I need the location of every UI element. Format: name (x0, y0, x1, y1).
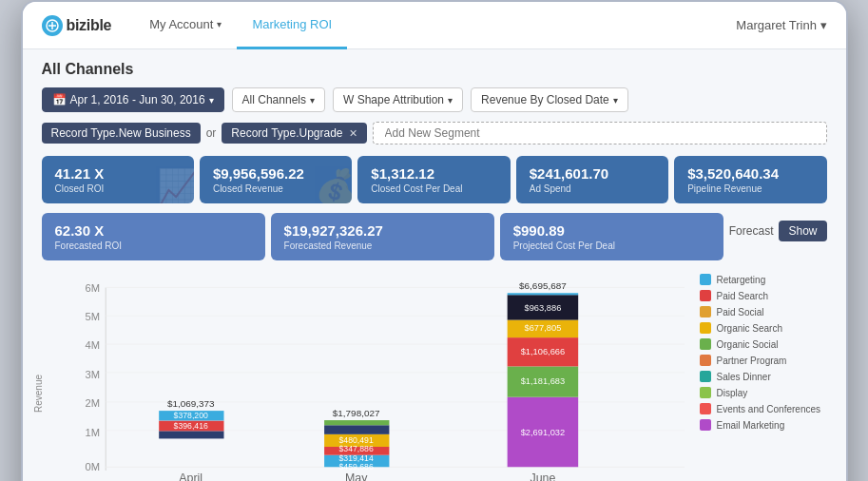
user-menu[interactable]: Margaret Trinh ▾ (736, 18, 826, 32)
chevron-down-icon: ▾ (448, 95, 453, 106)
legend-color-organic-social (700, 338, 711, 350)
calendar-icon: 📅 (52, 93, 67, 106)
filter-row: 📅 Apr 1, 2016 - Jun 30, 2016 ▾ All Chann… (42, 87, 827, 112)
close-icon[interactable]: ✕ (349, 127, 357, 140)
metrics-row-1: 41.21 X Closed ROI 📈 $9,956,596.22 Close… (42, 156, 827, 203)
legend-organic-social: Organic Social (700, 338, 827, 350)
segment-operator: or (206, 126, 217, 140)
legend-organic-search: Organic Search (700, 322, 827, 334)
metrics-row-2: 62.30 X Forecasted ROI $19,927,326.27 Fo… (42, 213, 723, 260)
segment-label: Record Type.Upgrade (231, 126, 342, 140)
svg-rect-29 (324, 420, 389, 425)
metric-cost-per-deal: $1,312.12 Closed Cost Per Deal (357, 156, 510, 203)
legend-color-sales-dinner (700, 371, 711, 382)
legend-color-organic-search (700, 322, 711, 334)
svg-text:$396,416: $396,416 (173, 421, 207, 431)
legend-color-retargeting (700, 274, 711, 285)
svg-text:$6,695,687: $6,695,687 (519, 280, 567, 291)
page-content: All Channels 📅 Apr 1, 2016 - Jun 30, 201… (23, 49, 846, 481)
legend-color-paid-search (700, 290, 711, 301)
legend-color-partner-program (700, 355, 711, 366)
chart-area: Revenue 6M 5M 4M 3M 2M 1M 0M (42, 274, 827, 481)
chart-wrapper: Revenue 6M 5M 4M 3M 2M 1M 0M (42, 274, 685, 481)
legend-paid-social: Paid Social (700, 306, 827, 317)
nav-my-account[interactable]: My Account ▾ (134, 2, 237, 49)
svg-text:$378,200: $378,200 (173, 411, 207, 420)
forecast-controls: Forecast Show (729, 213, 827, 241)
svg-rect-41 (507, 293, 578, 295)
svg-text:$1,181,683: $1,181,683 (520, 376, 565, 386)
svg-text:$677,805: $677,805 (524, 323, 561, 333)
svg-text:$1,106,666: $1,106,666 (520, 347, 565, 356)
svg-text:April: April (179, 471, 203, 481)
metric-pipeline-revenue: $3,520,640.34 Pipeline Revenue (674, 156, 826, 203)
channel-filter[interactable]: All Channels ▾ (232, 87, 325, 112)
money-icon: 💰 (315, 167, 352, 203)
svg-text:$459,686: $459,686 (338, 462, 373, 471)
svg-text:$1,798,027: $1,798,027 (332, 408, 379, 418)
metric-closed-roi: 41.21 X Closed ROI 📈 (42, 156, 194, 203)
metric-closed-revenue: $9,956,596.22 Closed Revenue 💰 (200, 156, 352, 203)
legend-partner-program: Partner Program (700, 355, 827, 366)
segment-row: Record Type.New Business or Record Type.… (42, 122, 827, 144)
svg-text:$1,069,373: $1,069,373 (166, 398, 214, 409)
date-range-filter[interactable]: 📅 Apr 1, 2016 - Jun 30, 2016 ▾ (42, 87, 224, 112)
svg-rect-28 (324, 425, 389, 434)
metric-ad-spend: $241,601.70 Ad Spend (516, 156, 668, 203)
svg-text:1M: 1M (85, 427, 100, 438)
y-axis-label: Revenue (32, 375, 43, 413)
legend-color-events (700, 403, 711, 414)
metric-forecasted-roi: 62.30 X Forecasted ROI (42, 213, 265, 260)
legend-email: Email Marketing (700, 419, 827, 431)
svg-rect-18 (159, 431, 223, 438)
chart-legend: Retargeting Paid Search Paid Social Orga… (694, 274, 827, 481)
add-segment-input[interactable] (373, 122, 827, 144)
attribution-filter[interactable]: W Shape Attribution ▾ (333, 87, 463, 112)
page-title: All Channels (42, 61, 827, 78)
legend-color-email (700, 419, 711, 431)
bar-chart: 6M 5M 4M 3M 2M 1M 0M (70, 274, 685, 481)
nav-marketing-roi[interactable]: Marketing ROI (237, 2, 347, 49)
chevron-down-icon: ▾ (310, 95, 315, 106)
show-button[interactable]: Show (779, 221, 826, 241)
metric-projected-cost: $990.89 Projected Cost Per Deal (500, 213, 723, 260)
legend-color-paid-social (700, 306, 711, 317)
svg-text:5M: 5M (85, 311, 100, 322)
metric-forecasted-revenue: $19,927,326.27 Forecasted Revenue (271, 213, 494, 260)
forecast-label: Forecast (729, 224, 774, 238)
svg-text:3M: 3M (85, 369, 100, 380)
svg-text:$480,491: $480,491 (338, 435, 373, 445)
svg-text:0M: 0M (85, 461, 100, 472)
brand-icon (42, 15, 63, 36)
segment-tag-new-business[interactable]: Record Type.New Business (42, 123, 201, 144)
brand-logo[interactable]: bizible (42, 15, 112, 36)
brand-name: bizible (67, 17, 112, 34)
legend-paid-search: Paid Search (700, 290, 827, 301)
nav-links: My Account ▾ Marketing ROI (134, 2, 736, 49)
segment-label: Record Type.New Business (51, 126, 191, 140)
navbar: bizible My Account ▾ Marketing ROI Marga… (23, 2, 846, 49)
legend-color-display (700, 387, 711, 398)
chevron-down-icon: ▾ (613, 95, 618, 106)
svg-text:$347,886: $347,886 (338, 444, 373, 453)
svg-text:6M: 6M (85, 282, 100, 294)
revenue-by-filter[interactable]: Revenue By Closed Date ▾ (471, 87, 628, 112)
svg-text:2M: 2M (85, 397, 100, 409)
svg-text:$963,886: $963,886 (524, 303, 561, 313)
svg-text:June: June (530, 471, 555, 481)
svg-text:4M: 4M (85, 339, 100, 351)
chevron-down-icon: ▾ (217, 19, 222, 29)
legend-display: Display (700, 387, 827, 398)
chevron-down-icon: ▾ (209, 95, 214, 106)
chevron-down-icon: ▾ (820, 18, 827, 32)
legend-retargeting: Retargeting (700, 274, 827, 285)
segment-tag-upgrade[interactable]: Record Type.Upgrade ✕ (222, 123, 366, 144)
legend-sales-dinner: Sales Dinner (700, 371, 827, 382)
trend-icon: 📈 (157, 167, 194, 203)
legend-events: Events and Conferences (700, 403, 827, 414)
svg-text:$2,691,032: $2,691,032 (520, 428, 565, 437)
svg-text:May: May (344, 471, 367, 481)
